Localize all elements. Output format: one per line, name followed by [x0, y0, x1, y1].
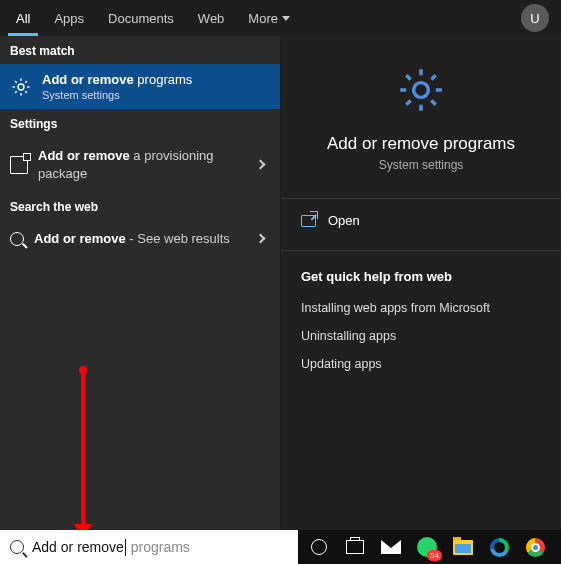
- taskbar-search-box[interactable]: Add or remove programs: [0, 530, 298, 564]
- gear-icon: [10, 76, 32, 98]
- best-match-title-rest: programs: [134, 72, 193, 87]
- section-settings: Settings: [0, 109, 280, 137]
- search-typed-text: Add or remove: [32, 539, 124, 555]
- settings-result-text: Add or remove a provisioning package: [38, 147, 247, 182]
- svg-point-1: [414, 83, 429, 98]
- help-header: Get quick help from web: [281, 251, 561, 294]
- text-caret: [125, 539, 126, 556]
- preview-title: Add or remove programs: [327, 134, 515, 154]
- tab-documents[interactable]: Documents: [96, 0, 186, 36]
- whatsapp-badge: 34: [427, 550, 442, 561]
- search-icon: [10, 232, 24, 246]
- settings-result-provisioning[interactable]: Add or remove a provisioning package: [0, 137, 280, 192]
- help-link-update[interactable]: Updating apps: [281, 350, 561, 378]
- cortana-icon[interactable]: [308, 536, 330, 558]
- gear-icon: [395, 64, 447, 120]
- preview-subtitle: System settings: [379, 158, 464, 172]
- best-match-subtitle: System settings: [42, 89, 192, 101]
- file-explorer-icon[interactable]: [452, 536, 474, 558]
- web-result[interactable]: Add or remove - See web results: [0, 220, 280, 258]
- best-match-result[interactable]: Add or remove programs System settings: [0, 64, 280, 109]
- section-web: Search the web: [0, 192, 280, 220]
- tab-all[interactable]: All: [4, 0, 42, 36]
- user-avatar[interactable]: U: [521, 4, 549, 32]
- open-external-icon: [301, 215, 316, 227]
- help-link-uninstall[interactable]: Uninstalling apps: [281, 322, 561, 350]
- tab-apps[interactable]: Apps: [42, 0, 96, 36]
- provisioning-package-icon: [10, 156, 28, 174]
- preview-pane: Add or remove programs System settings O…: [281, 36, 561, 530]
- search-icon: [10, 540, 24, 554]
- results-pane: Best match Add or remove programs System…: [0, 36, 281, 530]
- best-match-title: Add or remove programs: [42, 72, 192, 87]
- best-match-title-bold: Add or remove: [42, 72, 134, 87]
- settings-result-bold: Add or remove: [38, 148, 130, 163]
- chevron-right-icon: [256, 234, 266, 244]
- web-result-rest: - See web results: [126, 231, 230, 246]
- web-result-text: Add or remove - See web results: [34, 230, 247, 248]
- chevron-right-icon: [256, 160, 266, 170]
- tab-web[interactable]: Web: [186, 0, 237, 36]
- taskbar: 34: [298, 530, 561, 564]
- search-autocomplete-hint: programs: [127, 539, 190, 555]
- chevron-down-icon: [282, 16, 290, 21]
- web-result-bold: Add or remove: [34, 231, 126, 246]
- svg-point-0: [18, 84, 24, 90]
- open-action[interactable]: Open: [281, 199, 561, 242]
- tab-more[interactable]: More: [236, 0, 302, 36]
- tab-more-label: More: [248, 11, 278, 26]
- search-scope-tabs: All Apps Documents Web More U: [0, 0, 561, 36]
- open-label: Open: [328, 213, 360, 228]
- chrome-icon[interactable]: [524, 536, 546, 558]
- mail-icon[interactable]: [380, 536, 402, 558]
- section-best-match: Best match: [0, 36, 280, 64]
- help-link-install[interactable]: Installing web apps from Microsoft: [281, 294, 561, 322]
- edge-icon[interactable]: [488, 536, 510, 558]
- task-view-icon[interactable]: [344, 536, 366, 558]
- whatsapp-icon[interactable]: 34: [416, 536, 438, 558]
